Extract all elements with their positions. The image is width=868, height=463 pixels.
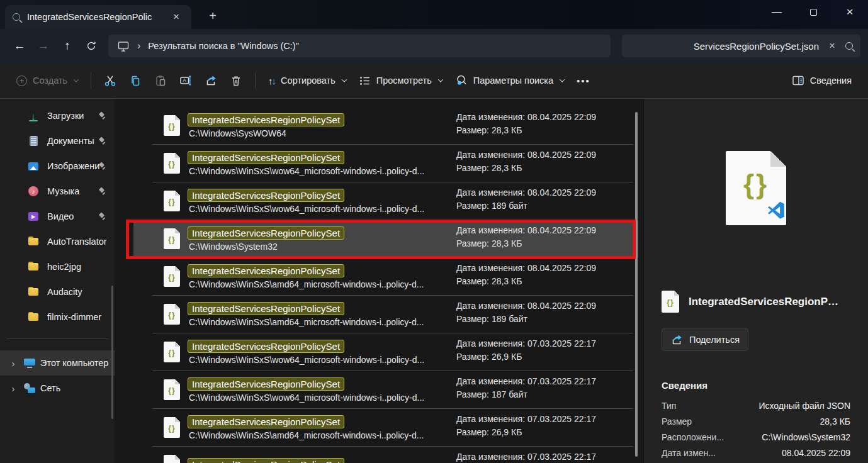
details-info-section: Сведения Тип Исходный файл JSON Размер 2… [644,380,868,458]
forward-button[interactable]: → [31,35,55,57]
file-row[interactable]: IntegratedServicesRegionPolicySet C:\Win… [152,182,633,220]
sidebar-item[interactable]: Audacity [0,279,115,304]
sidebar-item[interactable]: heic2jpg [0,254,115,279]
file-row[interactable]: IntegratedServicesRegionPolicySet Дата и… [152,447,633,463]
file-meta: Дата изменения: 08.04.2025 22:09 Размер:… [456,150,596,173]
view-button[interactable]: Просмотреть [352,69,449,92]
file-name-highlight: IntegratedServicesRegionPolicySet [188,113,344,126]
json-file-icon [164,153,180,174]
file-name-highlight: IntegratedServicesRegionPolicySet [188,151,344,164]
expand-chevron-icon[interactable]: › [8,358,19,369]
file-path: C:\Windows\WinSxS\amd64_microsoft-window… [188,430,424,440]
sidebar-divider [6,338,108,339]
property-row: Тип Исходный файл JSON [662,401,850,411]
window-controls: — × [758,0,868,24]
rename-icon: A [179,74,192,87]
details-pane: {} IntegratedServicesRegionP… Поделиться [643,99,868,463]
cut-button[interactable] [98,69,123,92]
refresh-button[interactable] [79,35,103,57]
file-size: Размер: 28,3 КБ [456,276,596,286]
sidebar-item-label: Этот компьютер [40,358,108,368]
sidebar-item[interactable]: AutoTranslator [0,229,115,254]
share-file-button[interactable]: Поделиться [662,328,748,351]
back-button[interactable]: ← [8,35,31,57]
video-icon [28,211,39,222]
command-toolbar: + Создать A [0,63,868,99]
search-box[interactable]: ServicesRegionPolicySet.json × [622,35,860,57]
details-pane-label: Сведения [810,75,852,86]
titlebar: IntegratedServicesRegionPolic × + — × [0,0,868,29]
plus-circle-icon: + [16,75,27,86]
json-file-preview-icon: {} [726,151,786,225]
sidebar-scrollbar[interactable] [111,286,113,419]
expand-chevron-icon[interactable]: › [8,383,19,394]
share-button[interactable] [198,69,223,92]
file-row[interactable]: IntegratedServicesRegionPolicySet C:\Win… [152,296,633,333]
new-tab-button[interactable]: + [204,8,222,24]
delete-button[interactable] [223,69,249,92]
sidebar-item[interactable]: Изображени [0,153,115,179]
file-name-highlight: IntegratedServicesRegionPolicySet [188,226,344,240]
file-meta: Дата изменения: 07.03.2025 22:17 [456,452,596,463]
file-row[interactable]: IntegratedServicesRegionPolicySet C:\Win… [152,145,633,182]
this-pc-icon [24,358,35,368]
sidebar-item[interactable]: Видео [0,204,115,229]
more-options-button[interactable]: ••• [570,69,597,92]
file-path: C:\Windows\SysWOW64 [188,128,286,138]
file-row[interactable]: IntegratedServicesRegionPolicySet C:\Win… [152,258,633,296]
sidebar-item[interactable]: filmix-dimmer [0,304,115,330]
sidebar-item-network[interactable]: › Сеть [0,376,115,401]
sort-button[interactable]: ↑↓ Сортировать [262,69,352,92]
rename-button[interactable]: A [173,69,198,92]
clear-search-button[interactable]: × [825,40,839,52]
file-row[interactable]: IntegratedServicesRegionPolicySet C:\Win… [152,220,633,258]
maximize-button[interactable] [795,0,831,24]
property-key: Тип [662,401,676,411]
file-meta: Дата изменения: 07.03.2025 22:17 Размер:… [456,338,596,362]
search-submit-icon[interactable] [845,42,853,50]
folder-icon [28,261,39,272]
sidebar-item-label: Загрузки [47,111,84,121]
breadcrumb-location[interactable]: Результаты поиска в "Windows (C:)" [148,41,298,51]
file-row[interactable]: IntegratedServicesRegionPolicySet C:\Win… [152,409,633,447]
navigation-sidebar: Загрузки Документы Изображени [0,99,115,463]
view-button-label: Просмотреть [376,75,432,86]
file-row[interactable]: IntegratedServicesRegionPolicySet C:\Win… [152,333,633,371]
close-button[interactable]: × [831,0,868,24]
new-button[interactable]: + Создать [10,69,84,92]
explorer-tab[interactable]: IntegratedServicesRegionPolic × [5,5,191,29]
file-modified-date: Дата изменения: 07.03.2025 22:17 [456,414,596,424]
file-modified-date: Дата изменения: 08.04.2025 22:09 [456,263,596,273]
up-button[interactable]: ↑ [55,35,79,57]
tab-close-button[interactable]: × [169,9,184,25]
list-scrollbar[interactable] [635,112,638,457]
file-row-text: IntegratedServicesRegionPolicySet C:\Win… [188,189,424,214]
file-name-highlight: IntegratedServicesRegionPolicySet [188,264,344,277]
chevron-down-icon [342,77,347,82]
trash-icon [230,74,242,87]
search-input-value[interactable]: ServicesRegionPolicySet.json [694,41,819,52]
minimize-button[interactable]: — [758,0,795,24]
details-pane-icon [792,75,804,86]
paste-button[interactable] [148,69,173,92]
search-options-button[interactable]: Параметры поиска [449,69,570,92]
property-row: Дата измен... 08.04.2025 22:09 [662,448,850,458]
content-area: Загрузки Документы Изображени [0,99,868,463]
toolbar-divider [255,72,256,89]
cut-icon [104,74,116,87]
share-icon [670,333,683,346]
property-key: Дата измен... [662,448,716,458]
address-bar[interactable]: › Результаты поиска в "Windows (C:)" [108,35,611,57]
sidebar-item-label: Документы [47,136,94,146]
file-row[interactable]: IntegratedServicesRegionPolicySet C:\Win… [152,107,633,145]
sidebar-item-this-pc[interactable]: › Этот компьютер [0,350,115,376]
sort-button-label: Сортировать [281,75,335,86]
file-row[interactable]: IntegratedServicesRegionPolicySet C:\Win… [152,371,633,409]
copy-button[interactable] [123,69,148,92]
file-name-highlight: IntegratedServicesRegionPolicySet [188,189,344,202]
details-pane-button[interactable]: Сведения [786,69,858,92]
sidebar-item[interactable]: Документы [0,128,115,153]
sidebar-item[interactable]: Музыка [0,179,115,204]
file-name-highlight: IntegratedServicesRegionPolicySet [188,415,344,428]
sidebar-item[interactable]: Загрузки [0,103,115,128]
